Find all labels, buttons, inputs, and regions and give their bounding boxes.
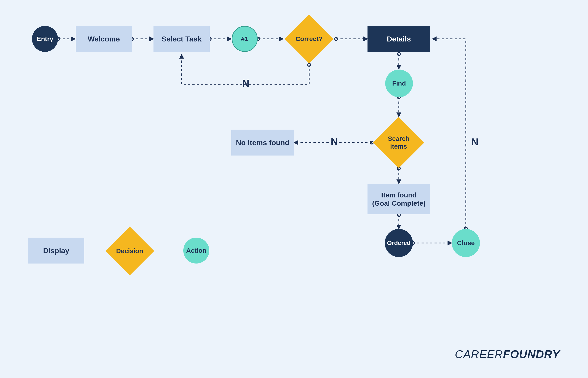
node-no-items: No items found (231, 130, 294, 156)
connectors-layer (0, 0, 588, 378)
node-entry: Entry (32, 26, 58, 52)
legend-decision-label: Decision (116, 247, 143, 255)
node-no-items-label: No items found (236, 138, 289, 147)
node-details: Details (367, 26, 430, 52)
node-find-label: Find (392, 80, 406, 87)
node-details-label: Details (387, 35, 411, 43)
node-item-found-label: Item found (Goal Complete) (372, 191, 425, 208)
edge-label-n-correct: N (242, 77, 249, 89)
node-entry-label: Entry (37, 35, 53, 43)
legend-display: Display (28, 238, 84, 264)
node-search-items-label: Search items (388, 135, 409, 150)
node-ordered: Ordered (385, 229, 413, 257)
flowchart-canvas: Entry Welcome Select Task #1 Correct? De… (0, 0, 588, 378)
brand-logo: CAREERFOUNDRY (455, 348, 560, 361)
node-welcome: Welcome (76, 26, 132, 52)
node-close: Close (452, 229, 480, 257)
node-close-label: Close (457, 239, 475, 247)
brand-part1: CAREER (455, 348, 503, 361)
node-hash1: #1 (232, 26, 258, 52)
node-correct-label: Correct? (295, 35, 322, 43)
node-ordered-label: Ordered (387, 239, 411, 247)
node-find: Find (385, 69, 413, 97)
legend-action-label: Action (186, 247, 206, 255)
node-hash1-label: #1 (241, 35, 248, 43)
legend-display-label: Display (43, 246, 70, 255)
node-welcome-label: Welcome (88, 35, 120, 43)
edge-label-n-close: N (471, 136, 478, 148)
node-select-task-label: Select Task (162, 35, 202, 43)
legend-action: Action (183, 238, 209, 264)
node-select-task: Select Task (154, 26, 210, 52)
brand-part2: FOUNDRY (503, 348, 560, 361)
node-item-found: Item found (Goal Complete) (367, 184, 430, 214)
edge-label-n-search: N (331, 136, 338, 147)
